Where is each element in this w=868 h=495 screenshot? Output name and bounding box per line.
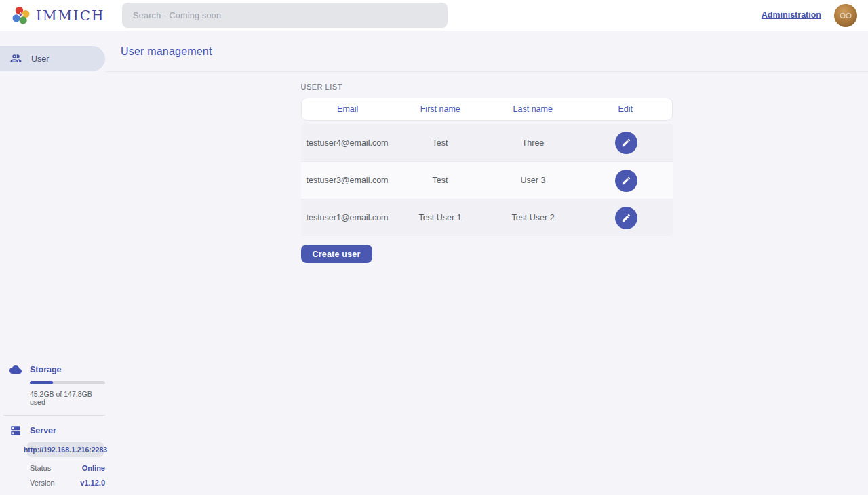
sidebar-footer: Storage 45.2GB of 147.8GB used Server ht…: [0, 363, 105, 487]
table-row: testuser3@email.com Test User 3: [301, 161, 673, 199]
edit-user-button[interactable]: [615, 207, 637, 229]
glasses-icon: [839, 12, 852, 19]
main-panel: User management USER LIST Email First na…: [105, 31, 868, 495]
sidebar-item-user[interactable]: User: [0, 46, 105, 71]
pencil-icon: [621, 176, 631, 186]
user-table: testuser4@email.com Test Three testuser3…: [301, 124, 673, 236]
user-avatar[interactable]: [834, 4, 857, 27]
server-url-badge: http://192.168.1.216:2283: [27, 442, 104, 457]
table-header-row: Email First name Last name Edit: [301, 98, 673, 121]
user-email: testuser4@email.com: [301, 138, 394, 148]
immich-flower-icon: [11, 5, 31, 26]
storage-progress-bar: [30, 381, 105, 384]
pencil-icon: [621, 138, 631, 148]
cloud-icon: [9, 363, 22, 376]
status-label: Status: [30, 464, 51, 472]
user-last-name: User 3: [487, 176, 580, 185]
page-header: User management: [105, 31, 868, 72]
user-email: testuser1@email.com: [301, 213, 394, 222]
server-status-row: Status Online: [30, 464, 105, 472]
brand-name: IMMICH: [36, 7, 105, 24]
sidebar-item-label: User: [31, 54, 49, 64]
user-list-label: USER LIST: [301, 83, 673, 91]
pencil-icon: [621, 213, 631, 223]
user-first-name: Test User 1: [394, 213, 487, 222]
table-row: testuser4@email.com Test Three: [301, 124, 673, 161]
users-group-icon: [9, 52, 22, 65]
column-header-email: Email: [302, 104, 395, 114]
search-input[interactable]: [122, 3, 448, 28]
page-title: User management: [121, 45, 212, 58]
edit-user-button[interactable]: [615, 132, 637, 154]
user-first-name: Test: [394, 138, 487, 148]
server-section-header: Server: [0, 424, 105, 437]
server-title: Server: [30, 426, 56, 435]
storage-section-header: Storage: [0, 363, 105, 376]
version-value: v1.12.0: [80, 479, 105, 487]
edit-user-button[interactable]: [615, 170, 637, 192]
user-first-name: Test: [394, 176, 487, 185]
server-icon: [9, 424, 22, 437]
content-area: User Storage 45.2GB of 147.8GB used Serv…: [0, 31, 868, 495]
table-row: testuser1@email.com Test User 1 Test Use…: [301, 199, 673, 236]
column-header-first-name: First name: [394, 104, 487, 114]
column-header-last-name: Last name: [487, 104, 580, 114]
storage-title: Storage: [30, 365, 62, 374]
status-value: Online: [82, 464, 105, 472]
user-last-name: Test User 2: [487, 213, 580, 222]
user-last-name: Three: [487, 138, 580, 148]
immich-logo: IMMICH: [11, 5, 105, 26]
storage-usage-text: 45.2GB of 147.8GB used: [30, 390, 105, 406]
storage-progress-fill: [30, 381, 53, 384]
server-version-row: Version v1.12.0: [30, 479, 105, 487]
user-list-section: USER LIST Email First name Last name Edi…: [301, 83, 673, 263]
sidebar: User Storage 45.2GB of 147.8GB used Serv…: [0, 31, 105, 495]
column-header-edit: Edit: [579, 104, 672, 114]
version-label: Version: [30, 479, 55, 487]
user-email: testuser3@email.com: [301, 176, 394, 185]
top-bar: IMMICH Administration: [0, 0, 868, 31]
footer-divider: [3, 415, 105, 416]
administration-link[interactable]: Administration: [762, 10, 821, 20]
create-user-button[interactable]: Create user: [301, 245, 372, 263]
